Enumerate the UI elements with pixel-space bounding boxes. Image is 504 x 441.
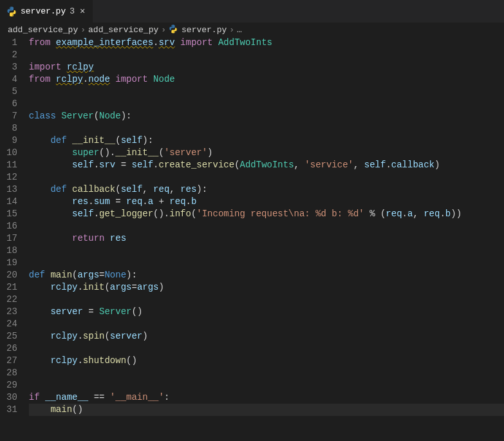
code-line[interactable]: if __name__ == '__main__': (29, 391, 504, 404)
line-number: 24 (6, 318, 17, 330)
line-number: 20 (6, 269, 17, 281)
chevron-right-icon: › (80, 25, 86, 35)
line-number: 4 (6, 73, 17, 86)
line-number-gutter: 1234567891011121314151617181920212223242… (0, 37, 29, 441)
breadcrumb-item[interactable]: add_service_py (8, 25, 78, 35)
code-line[interactable] (29, 245, 504, 257)
code-line[interactable] (29, 86, 504, 98)
line-number: 25 (6, 330, 17, 342)
line-number: 21 (6, 281, 17, 294)
line-number: 5 (6, 86, 17, 98)
code-line[interactable]: def main(args=None): (29, 269, 504, 281)
line-number: 11 (6, 159, 17, 171)
code-line[interactable]: from rclpy.node import Node (29, 73, 504, 86)
breadcrumb-item[interactable]: server.py (182, 25, 227, 35)
line-number: 19 (6, 257, 17, 269)
line-number: 10 (6, 147, 17, 159)
chevron-right-icon: › (229, 25, 234, 35)
line-number: 23 (6, 306, 17, 318)
line-number: 12 (6, 171, 17, 183)
code-line[interactable] (29, 220, 504, 232)
line-number: 18 (6, 245, 17, 257)
line-number: 3 (6, 61, 17, 73)
breadcrumb[interactable]: add_service_py › add_service_py › server… (0, 23, 504, 37)
code-line[interactable] (29, 49, 504, 61)
line-number: 2 (6, 49, 17, 61)
line-number: 26 (6, 342, 17, 355)
code-line[interactable]: import rclpy (29, 61, 504, 73)
code-area[interactable]: from example_interfaces.srv import AddTw… (29, 37, 504, 441)
line-number: 15 (6, 208, 17, 220)
code-line[interactable]: from example_interfaces.srv import AddTw… (29, 37, 504, 49)
line-number: 14 (6, 196, 17, 208)
breadcrumb-item[interactable]: add_service_py (88, 25, 158, 35)
code-line[interactable]: rclpy.spin(server) (29, 330, 504, 342)
code-line[interactable] (29, 379, 504, 391)
line-number: 1 (6, 37, 17, 49)
code-line[interactable]: res.sum = req.a + req.b (29, 196, 504, 208)
code-line[interactable]: def callback(self, req, res): (29, 183, 504, 196)
code-line[interactable] (29, 171, 504, 183)
line-number: 16 (6, 220, 17, 232)
code-line[interactable]: rclpy.init(args=args) (29, 281, 504, 294)
code-line[interactable] (29, 342, 504, 355)
line-number: 8 (6, 122, 17, 135)
code-line[interactable] (29, 294, 504, 306)
code-line[interactable]: return res (29, 232, 504, 245)
line-number: 27 (6, 355, 17, 367)
line-number: 28 (6, 367, 17, 379)
python-icon (6, 6, 17, 17)
code-line[interactable] (29, 367, 504, 379)
line-number: 30 (6, 391, 17, 404)
code-line[interactable] (29, 257, 504, 269)
tab-server-py[interactable]: server.py 3 × (0, 0, 93, 23)
code-editor[interactable]: 1234567891011121314151617181920212223242… (0, 37, 504, 441)
tab-dirty-indicator: 3 (70, 6, 75, 16)
code-line[interactable] (29, 98, 504, 110)
line-number: 31 (6, 404, 17, 416)
code-line[interactable]: def __init__(self): (29, 135, 504, 147)
code-line[interactable]: server = Server() (29, 306, 504, 318)
code-line[interactable]: self.get_logger().info('Incoming request… (29, 208, 504, 220)
tab-filename: server.py (21, 6, 66, 16)
line-number: 7 (6, 110, 17, 122)
line-number: 13 (6, 183, 17, 196)
chevron-right-icon: › (161, 25, 166, 35)
close-icon[interactable]: × (79, 6, 86, 17)
tab-bar: server.py 3 × (0, 0, 504, 23)
code-line[interactable] (29, 318, 504, 330)
code-line[interactable]: rclpy.shutdown() (29, 355, 504, 367)
code-line[interactable]: self.srv = self.create_service(AddTwoInt… (29, 159, 504, 171)
line-number: 17 (6, 232, 17, 245)
line-number: 9 (6, 135, 17, 147)
line-number: 29 (6, 379, 17, 391)
breadcrumb-item[interactable]: … (237, 25, 242, 35)
code-line[interactable]: class Server(Node): (29, 110, 504, 122)
line-number: 6 (6, 98, 17, 110)
code-line[interactable]: main() (29, 404, 504, 416)
code-line[interactable] (29, 122, 504, 135)
line-number: 22 (6, 294, 17, 306)
python-icon (169, 24, 179, 35)
code-line[interactable]: super().__init__('server') (29, 147, 504, 159)
